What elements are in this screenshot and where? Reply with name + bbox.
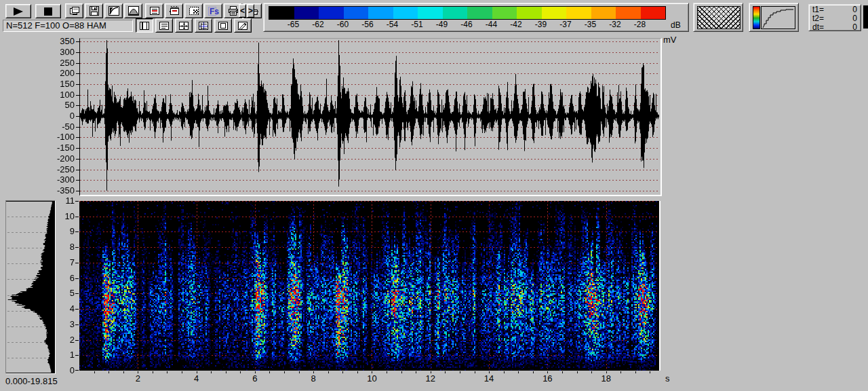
waveform-plot[interactable] [79, 38, 662, 196]
spectrogram-x-tick [342, 371, 343, 373]
time-ruler-button[interactable] [165, 3, 183, 18]
color-scale-segment-12 [566, 7, 591, 19]
spectrogram-x-tick [650, 371, 650, 373]
color-scale-label: -39 [532, 20, 551, 29]
waveform-y-label: 150 [39, 79, 75, 89]
waveform-y-label: -50 [39, 122, 75, 132]
scroll-right-button[interactable]: > [247, 4, 254, 18]
layout-single-button[interactable] [214, 18, 232, 33]
time-range-label: 0.000-19.815 [5, 377, 58, 386]
color-scale-panel[interactable]: -65-62-60-56-54-51-49-46-44-42-39-37-35-… [263, 3, 689, 32]
waveform-y-tick [76, 73, 79, 74]
palette-gradient [753, 6, 760, 29]
average-spectrum-panel[interactable] [5, 200, 56, 374]
stop-icon [43, 7, 53, 16]
window-function-icon [128, 6, 139, 16]
spectrogram-x-tick [416, 371, 416, 373]
layout-edit-button[interactable] [234, 18, 252, 33]
window-overlap-pattern [697, 6, 741, 29]
waveform-y-tick [76, 63, 79, 64]
color-scale-label: -60 [334, 20, 353, 29]
color-scale-segment-2 [319, 7, 344, 19]
clipped-edge-widget [863, 5, 868, 29]
spectrogram-y-tick [75, 217, 79, 217]
waveform-y-label: 100 [39, 90, 75, 100]
color-scale-segment-10 [517, 7, 542, 19]
scroll-left-button[interactable]: < [239, 4, 246, 18]
spectrogram-canvas[interactable] [79, 201, 659, 371]
spectrogram-y-tick [75, 324, 79, 325]
color-scale-segment-7 [443, 7, 468, 19]
color-scale-unit: dB [671, 21, 681, 29]
spectrogram-x-label: 12 [420, 374, 441, 384]
spectrogram-x-tick [620, 371, 621, 373]
layout-single-icon [218, 21, 229, 31]
spectrogram-x-tick [387, 371, 387, 373]
fs-icon-label: Fs [210, 7, 219, 16]
layout-vertical-split-button[interactable] [136, 18, 153, 33]
save-button[interactable] [85, 3, 103, 18]
acquire-button[interactable] [65, 3, 83, 18]
spectrogram-x-tick [240, 371, 241, 373]
spectrogram-x-tick [357, 371, 358, 373]
color-scale-bar [269, 6, 666, 20]
play-icon [12, 7, 25, 16]
gamma-curve-button[interactable] [104, 3, 123, 18]
spectrogram-x-label: 14 [479, 374, 499, 384]
spectrogram-x-tick [211, 371, 212, 373]
spectrogram-x-tick [635, 371, 636, 373]
dt-label: dt= [812, 23, 824, 32]
waveform-y-label: -200 [39, 154, 75, 164]
scroll-left-label: < [240, 7, 245, 14]
color-scale-segment-15 [641, 7, 666, 19]
spectrogram-y-label: 6 [56, 274, 75, 283]
spectrogram-y-tick [75, 201, 79, 202]
color-scale-label: -65 [284, 20, 303, 29]
color-scale-segment-14 [616, 7, 641, 19]
color-scale-segment-13 [591, 7, 616, 19]
waveform-canvas[interactable] [80, 39, 659, 193]
sampling-frequency-button[interactable]: Fs [204, 3, 222, 18]
spectrogram-y-tick [75, 247, 79, 248]
color-scale-segment-11 [542, 7, 567, 19]
analysis-settings-text: N=512 F=100 O=88 HAM [6, 20, 106, 31]
average-spectrum-canvas[interactable] [6, 201, 55, 373]
window-function-button[interactable] [124, 3, 142, 18]
waveform-y-label: 250 [39, 58, 75, 68]
waveform-y-tick [76, 116, 79, 117]
layout-grid-axes-button[interactable] [195, 18, 212, 33]
spectrogram-x-tick [591, 371, 592, 373]
play-button[interactable] [5, 4, 31, 18]
spectrogram-x-unit-label: s [665, 374, 670, 384]
spectrogram-y-label: 0 [56, 366, 75, 375]
spectrogram-y-label: 10 [56, 212, 75, 221]
print-icon [228, 6, 239, 16]
color-scale-segment-8 [467, 7, 492, 19]
spectrogram-x-label: 6 [245, 374, 265, 384]
region-pattern-icon [189, 6, 199, 16]
waveform-y-label: -350 [39, 186, 75, 196]
stop-button[interactable] [35, 4, 61, 18]
layout-rows-button[interactable] [155, 18, 173, 33]
spectrogram-x-tick [460, 371, 460, 373]
color-transfer-panel[interactable] [749, 3, 799, 32]
spectrogram-x-tick [577, 371, 578, 373]
waveform-y-tick [76, 84, 79, 85]
spectrogram-plot[interactable] [79, 201, 660, 371]
spectrogram-x-tick [284, 371, 285, 373]
spectrogram-y-label: 1 [56, 350, 75, 360]
spectrogram-x-tick [167, 371, 167, 373]
region-pattern-button[interactable] [184, 3, 203, 18]
layout-grid-icon [178, 21, 189, 31]
color-scale-label: -35 [581, 20, 600, 29]
spectrogram-x-label: 10 [361, 374, 382, 384]
color-scale-label: -44 [482, 20, 501, 29]
cursor-readout-panel: t1= 0 t2= 0 dt= 0 [808, 4, 861, 31]
spectrogram-y-label: 2 [56, 335, 75, 345]
window-overlap-panel[interactable] [693, 3, 743, 32]
spectrogram-y-label: 9 [56, 227, 75, 236]
spectrogram-y-label: 8 [56, 242, 75, 252]
waveform-y-label: 50 [39, 100, 75, 110]
display-range-button[interactable] [145, 3, 163, 18]
layout-grid-button[interactable] [175, 18, 193, 33]
